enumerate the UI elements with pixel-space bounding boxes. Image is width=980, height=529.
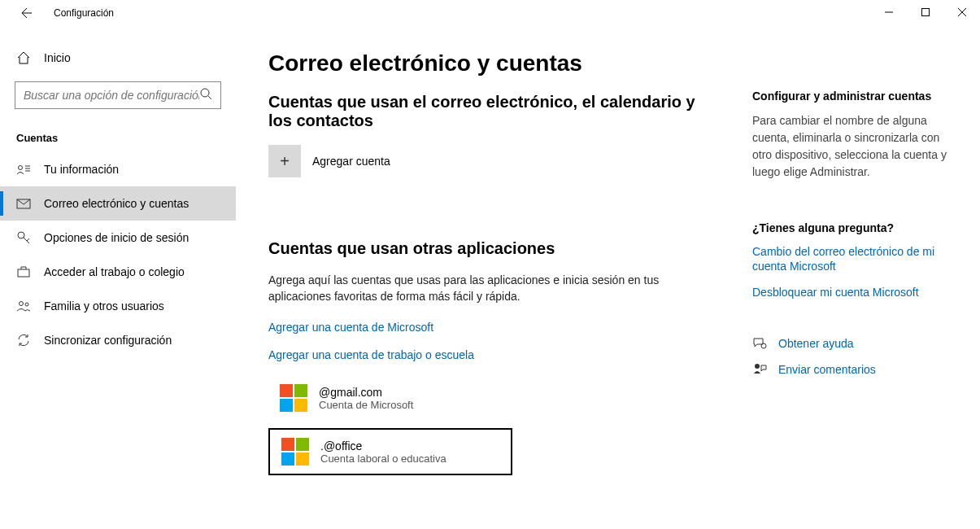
svg-point-17 [761,343,766,348]
svg-rect-14 [18,269,29,277]
svg-line-13 [27,238,29,241]
maximize-icon [921,8,930,16]
svg-point-4 [201,89,209,97]
search-box[interactable] [15,81,221,109]
minimize-icon [885,8,893,16]
close-icon [958,8,966,16]
search-icon [199,87,212,103]
manage-accounts-text: Para cambiar el nombre de alguna cuenta,… [752,112,956,181]
nav-label: Familia y otros usuarios [44,299,164,313]
titlebar: Configuración [0,0,980,26]
search-input[interactable] [24,89,199,102]
maximize-button[interactable] [907,0,943,24]
nav-label: Tu información [44,163,119,176]
get-help-link[interactable]: Obtener ayuda [752,336,956,351]
svg-line-12 [24,238,29,243]
key-icon [16,230,31,245]
manage-accounts-heading: Configurar y administrar cuentas [752,90,956,103]
close-button[interactable] [943,0,980,24]
section-email-accounts-title: Cuentas que usan el correo electrónico, … [268,93,720,130]
microsoft-logo-icon [280,384,307,412]
page-title: Correo electrónico y cuentas [268,50,720,77]
window-controls [870,0,980,24]
account-card-work[interactable]: .@office Cuenta laboral o educativa [268,428,512,475]
sidebar: Inicio Cuentas Tu información Correo ele… [0,26,236,529]
account-type: Cuenta de Microsoft [319,399,413,411]
microsoft-logo-icon [281,438,309,466]
account-card-personal[interactable]: @gmail.com Cuenta de Microsoft [268,376,720,420]
mail-icon [16,196,31,211]
back-button[interactable] [15,1,39,25]
section-other-apps-description: Agrega aquí las cuentas que usas para la… [268,273,720,304]
section-other-apps-title: Cuentas que usan otras aplicaciones [268,239,720,258]
svg-rect-1 [921,9,929,16]
feedback-icon [752,362,767,377]
account-email: .@office [320,439,446,452]
nav-label: Opciones de inicio de sesión [44,231,189,244]
account-email: @gmail.com [319,386,413,399]
main-content: Correo electrónico y cuentas Cuentas que… [236,26,980,529]
nav-email-accounts[interactable]: Correo electrónico y cuentas [0,186,236,221]
sync-icon [16,333,31,348]
nav-signin-options[interactable]: Opciones de inicio de sesión [0,221,236,255]
svg-point-18 [755,364,760,369]
svg-point-11 [18,232,24,238]
nav-label: Sincronizar configuración [44,334,172,347]
home-icon [16,50,31,65]
svg-point-6 [19,166,23,170]
plus-icon: + [268,145,301,177]
add-work-school-account-link[interactable]: Agregar una cuenta de trabajo o escuela [268,348,720,361]
minimize-button[interactable] [870,0,907,24]
send-feedback-label: Enviar comentarios [778,363,876,376]
help-chat-icon [752,336,767,351]
briefcase-icon [16,264,31,279]
svg-line-5 [208,96,211,99]
question-heading: ¿Tienes alguna pregunta? [752,221,956,234]
nav-work-school[interactable]: Acceder al trabajo o colegio [0,255,236,289]
person-card-icon [16,162,31,177]
back-arrow-icon [20,7,33,20]
window-title: Configuración [54,7,114,19]
people-icon [16,299,31,313]
unlock-account-link[interactable]: Desbloquear mi cuenta Microsoft [752,285,956,299]
account-type: Cuenta laboral o educativa [320,452,446,465]
svg-point-16 [25,303,28,306]
nav-label: Acceder al trabajo o colegio [44,265,185,278]
svg-point-15 [20,302,24,306]
home-label: Inicio [44,51,71,64]
get-help-label: Obtener ayuda [778,337,854,350]
nav-family-users[interactable]: Familia y otros usuarios [0,289,236,323]
nav-sync-settings[interactable]: Sincronizar configuración [0,323,236,357]
category-header: Cuentas [0,117,236,152]
add-account-button[interactable]: + Agregar cuenta [268,145,720,177]
change-email-link[interactable]: Cambio del correo electrónico de mi cuen… [752,244,956,273]
right-panel: Configurar y administrar cuentas Para ca… [752,50,956,529]
nav-label: Correo electrónico y cuentas [44,197,189,210]
nav-your-info[interactable]: Tu información [0,152,236,186]
add-account-label: Agregar cuenta [312,155,390,168]
add-microsoft-account-link[interactable]: Agregar una cuenta de Microsoft [268,321,720,334]
send-feedback-link[interactable]: Enviar comentarios [752,362,956,377]
home-nav-item[interactable]: Inicio [0,42,236,73]
